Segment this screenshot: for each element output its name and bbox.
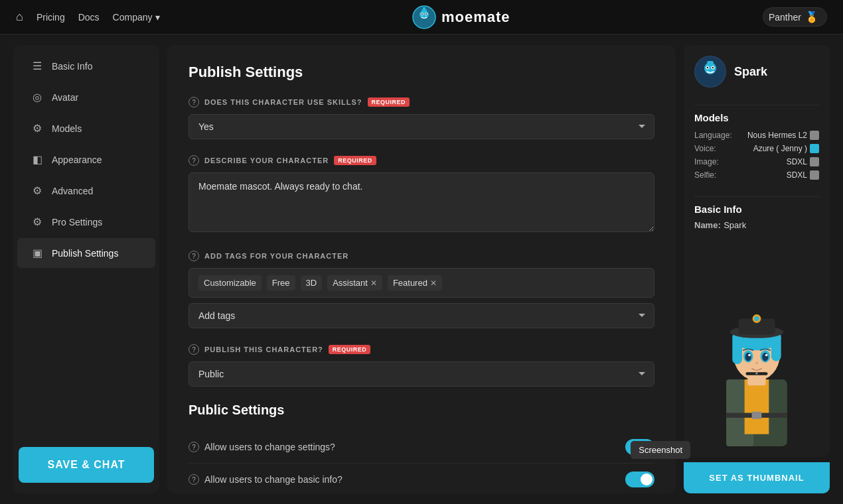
svg-point-5	[425, 13, 427, 15]
skills-required-badge: REQUIRED	[368, 97, 410, 107]
svg-rect-17	[745, 379, 769, 434]
publish-select[interactable]: Public Private Unlisted	[189, 361, 654, 387]
tags-help-icon[interactable]: ?	[189, 251, 199, 261]
logo-icon	[412, 5, 436, 29]
sidebar-item-models[interactable]: ⚙ Models	[17, 113, 155, 143]
selfie-row: Selfie: SDXL	[694, 168, 819, 182]
char-preview-svg	[697, 300, 816, 446]
toggle-basic-info-switch[interactable]	[625, 472, 654, 487]
publish-group: ? PUBLISH THIS CHARACTER? REQUIRED Publi…	[189, 344, 654, 387]
card-divider-1	[694, 105, 819, 105]
crown-icon: 🏅	[805, 11, 818, 23]
toggle1-label-row: ? Allow users to change settings?	[189, 442, 335, 452]
sidebar-item-avatar[interactable]: ◎ Avatar	[17, 82, 155, 112]
svg-rect-14	[707, 61, 714, 64]
sidebar-label-models: Models	[52, 123, 82, 134]
skills-help-icon[interactable]: ?	[189, 97, 199, 107]
tag-assistant-close[interactable]: ✕	[370, 279, 377, 288]
set-thumbnail-button[interactable]: SET AS THUMBNAIL	[684, 462, 830, 493]
appearance-icon: ◧	[31, 153, 44, 166]
logo-area: moemate	[160, 5, 763, 29]
skills-select[interactable]: Yes No	[189, 114, 654, 139]
selfie-value: SDXL	[787, 170, 819, 180]
user-name: Panther	[769, 12, 801, 23]
publish-label: PUBLISH THIS CHARACTER?	[204, 346, 323, 353]
sidebar-label-basic-info: Basic Info	[52, 61, 92, 72]
tag-label: Free	[272, 278, 290, 288]
svg-point-28	[754, 316, 759, 321]
avatar-icon: ◎	[31, 91, 44, 103]
save-chat-button[interactable]: SAVE & CHAT	[19, 447, 154, 483]
sidebar-spacer	[13, 269, 159, 442]
toggle1-help-icon[interactable]: ?	[189, 442, 199, 452]
right-card: Spark Models Language: Nous Hermes L2 Vo…	[684, 45, 830, 457]
char-name: Spark	[734, 65, 767, 79]
sidebar-label-avatar: Avatar	[52, 92, 78, 103]
selfie-model-icon	[810, 170, 819, 180]
publish-icon: ▣	[31, 247, 44, 259]
publish-help-icon[interactable]: ?	[189, 344, 199, 355]
add-tags-select[interactable]: Add tags	[189, 303, 654, 328]
tag-label: Assistant	[333, 278, 368, 288]
nav-left: ⌂ Pricing Docs Company ▾	[16, 10, 160, 24]
svg-rect-7	[423, 7, 425, 10]
selfie-label: Selfie:	[694, 170, 716, 180]
sidebar-item-basic-info[interactable]: ☰ Basic Info	[17, 51, 155, 81]
char-header: Spark	[694, 56, 819, 88]
docs-link[interactable]: Docs	[78, 12, 100, 23]
public-settings-title: Public Settings	[189, 403, 654, 418]
skills-label-row: ? DOES THIS CHARACTER USE SKILLS? REQUIR…	[189, 97, 654, 107]
section-title: Publish Settings	[189, 64, 654, 81]
char-preview-container	[694, 239, 819, 446]
tag-label: 3D	[306, 278, 317, 288]
sidebar-label-publish-settings: Publish Settings	[52, 248, 118, 259]
pricing-link[interactable]: Pricing	[37, 12, 65, 23]
user-badge[interactable]: Panther 🏅	[763, 7, 827, 27]
main-layout: ☰ Basic Info ◎ Avatar ⚙ Models ◧ Appeara…	[0, 34, 843, 504]
svg-point-32	[762, 353, 768, 361]
describe-required-badge: REQUIRED	[334, 156, 376, 165]
sidebar-item-publish-settings[interactable]: ▣ Publish Settings	[17, 238, 155, 268]
image-model-icon	[810, 157, 819, 166]
company-link[interactable]: Company ▾	[113, 12, 160, 23]
tag-label: Featured	[393, 278, 427, 288]
voice-value: Azure ( Jenny )	[753, 144, 819, 153]
svg-point-4	[422, 13, 423, 15]
svg-point-34	[765, 354, 768, 357]
toggle2-help-icon[interactable]: ?	[189, 474, 199, 485]
sidebar-label-appearance: Appearance	[52, 155, 102, 165]
tags-label-row: ? ADD TAGS FOR YOUR CHARACTER	[189, 251, 654, 261]
svg-rect-19	[752, 412, 762, 419]
screenshot-tooltip: Screenshot	[631, 441, 690, 459]
publish-required-badge: REQUIRED	[329, 345, 371, 354]
voice-row: Voice: Azure ( Jenny )	[694, 142, 819, 155]
sidebar: ☰ Basic Info ◎ Avatar ⚙ Models ◧ Appeara…	[13, 45, 159, 493]
sidebar-item-pro-settings[interactable]: ⚙ Pro Settings	[17, 207, 155, 237]
sidebar-item-appearance[interactable]: ◧ Appearance	[17, 145, 155, 174]
describe-help-icon[interactable]: ?	[189, 155, 199, 166]
top-navigation: ⌂ Pricing Docs Company ▾ moemate Panther…	[0, 0, 843, 34]
sidebar-item-advanced[interactable]: ⚙ Advanced	[17, 176, 155, 206]
image-label: Image:	[694, 157, 719, 166]
tag-3d: 3D	[301, 275, 323, 290]
tag-assistant: Assistant ✕	[327, 275, 382, 290]
tag-featured-close[interactable]: ✕	[430, 279, 437, 288]
pro-settings-icon: ⚙	[31, 216, 44, 228]
describe-label: DESCRIBE YOUR CHARACTER	[204, 157, 329, 164]
svg-point-12	[707, 67, 708, 68]
home-icon[interactable]: ⌂	[16, 10, 23, 24]
svg-point-37	[755, 372, 758, 375]
tag-customizable: Customizable	[198, 275, 262, 290]
tags-label: ADD TAGS FOR YOUR CHARACTER	[204, 252, 348, 260]
basic-info-title: Basic Info	[694, 204, 819, 215]
image-value: SDXL	[787, 157, 819, 166]
tag-label: Customizable	[204, 278, 256, 288]
language-row: Language: Nous Hermes L2	[694, 129, 819, 142]
toggle1-label: Allow users to change settings?	[204, 442, 335, 452]
right-panel: Spark Models Language: Nous Hermes L2 Vo…	[684, 45, 830, 493]
main-content: Publish Settings ? DOES THIS CHARACTER U…	[167, 45, 676, 493]
avatar	[694, 56, 726, 88]
toggle-row-basic-info: ? Allow users to change basic info?	[189, 464, 654, 493]
language-value: Nous Hermes L2	[747, 131, 819, 140]
describe-textarea[interactable]: Moemate mascot. Always ready to chat.	[189, 172, 654, 232]
